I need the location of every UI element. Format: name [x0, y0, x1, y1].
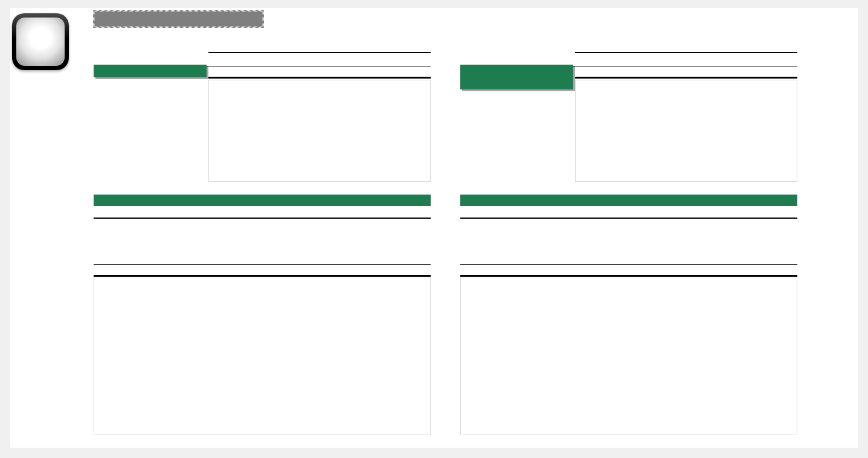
q3-impact-header: [573, 206, 629, 218]
q3-impact-header: [518, 206, 573, 218]
q3-section-title: [575, 37, 797, 53]
actual-cell: [207, 230, 263, 241]
pipeline-cell: [573, 241, 629, 253]
variance-pct-cell: [742, 230, 797, 241]
target-cell: [629, 253, 686, 264]
table-row: [94, 253, 431, 264]
target-cell: [263, 241, 319, 253]
variance-cell: [319, 218, 375, 230]
impact-rank: [94, 253, 151, 264]
app-logo: [12, 13, 69, 70]
division-name: [518, 218, 573, 230]
total-target: [629, 264, 686, 276]
section-h1-revenue: [94, 36, 431, 438]
pipeline-cell: [573, 253, 629, 264]
q3-impact-header: [742, 206, 797, 218]
division-name: [151, 241, 207, 253]
variance-pct-cell: [742, 253, 797, 264]
variance-pct-cell: [375, 230, 431, 241]
h1-impact-header: [263, 206, 319, 218]
q3-impact-header: [686, 206, 742, 218]
target-cell: [263, 218, 319, 230]
q3-impact-header: [629, 206, 686, 218]
impact-rank: [460, 218, 518, 230]
variance-cell: [686, 230, 742, 241]
variance-cell: [319, 230, 375, 241]
impact-rank: [460, 241, 518, 253]
division-name: [518, 241, 573, 253]
table-row: [460, 241, 797, 253]
variance-cell: [686, 218, 742, 230]
division-name: [151, 253, 207, 264]
table-row: [94, 241, 431, 253]
division-name: [518, 253, 573, 264]
actual-cell: [207, 253, 263, 264]
impact-rank: [460, 253, 518, 264]
variance-pct-cell: [375, 218, 431, 230]
table-row: [94, 230, 431, 241]
target-cell: [263, 253, 319, 264]
actual-cell: [207, 218, 263, 230]
performance-summary-shape[interactable]: [94, 11, 263, 27]
variance-pct-cell: [742, 218, 797, 230]
h1-bar-chart: [208, 80, 431, 182]
variance-pct-cell: [742, 241, 797, 253]
impact-rank: [94, 230, 151, 241]
totals-row: [460, 264, 797, 276]
h1-impact-table: [94, 206, 431, 277]
q3-bar-chart: [575, 80, 797, 182]
impact-rank: [94, 218, 151, 230]
q3-summary-value-row: [573, 66, 797, 79]
table-row: [94, 218, 431, 230]
h1-status-badge: [94, 65, 207, 77]
h1-summary-value-row: [206, 66, 431, 79]
target-cell: [629, 218, 686, 230]
h1-insight-band: [94, 195, 431, 206]
h1-impact-header: [319, 206, 375, 218]
h1-impact-header: [151, 206, 207, 218]
division-name: [518, 230, 573, 241]
table-row: [460, 218, 797, 230]
total-pipeline: [573, 264, 629, 276]
q3-impact-header: [460, 206, 518, 218]
h1-summary-table: [206, 54, 431, 79]
target-cell: [263, 230, 319, 241]
q3-status-badge: [460, 65, 573, 89]
h1-impact-header: [375, 206, 431, 218]
table-row: [460, 230, 797, 241]
h1-section-title: [208, 37, 431, 53]
impact-rank: [94, 241, 151, 253]
target-cell: [629, 241, 686, 253]
variance-pct-cell: [375, 253, 431, 264]
total-actual: [207, 264, 263, 276]
app-logo-inner: [16, 18, 65, 66]
h1-summary-header-row: [206, 54, 431, 66]
q3-summary-table: [573, 54, 797, 79]
total-target: [263, 264, 319, 276]
section-q3-projection: [460, 36, 797, 438]
q3-division-column-chart: [460, 277, 797, 434]
division-name: [151, 218, 207, 230]
variance-cell: [686, 241, 742, 253]
variance-cell: [686, 253, 742, 264]
actual-cell: [207, 241, 263, 253]
variance-cell: [319, 241, 375, 253]
totals-row: [94, 264, 431, 276]
h1-impact-header-row: [94, 206, 431, 218]
q3-impact-header-row: [460, 206, 797, 218]
h1-impact-header: [94, 206, 151, 218]
h1-division-column-chart: [94, 277, 431, 434]
q3-impact-table: [460, 206, 797, 277]
h1-impact-header: [207, 206, 263, 218]
variance-pct-cell: [375, 241, 431, 253]
pipeline-cell: [573, 218, 629, 230]
target-cell: [629, 230, 686, 241]
q3-insight-band: [460, 195, 797, 206]
pipeline-cell: [573, 230, 629, 241]
total-variance: [319, 264, 375, 276]
variance-cell: [319, 253, 375, 264]
division-name: [151, 230, 207, 241]
total-variance: [686, 264, 742, 276]
table-row: [460, 253, 797, 264]
impact-rank: [460, 230, 518, 241]
